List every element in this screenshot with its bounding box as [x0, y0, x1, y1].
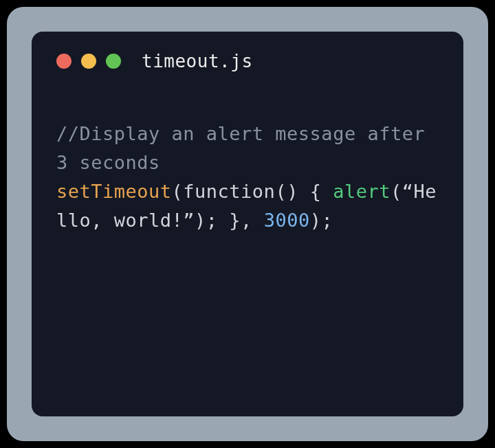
- window-frame: timeout.js //Display an alert message af…: [7, 7, 488, 441]
- code-fn-settimeout: setTimeout: [56, 181, 172, 202]
- minimize-icon[interactable]: [81, 54, 96, 69]
- filename-label: timeout.js: [142, 51, 253, 71]
- code-number: 3000: [264, 210, 310, 231]
- titlebar: timeout.js: [56, 51, 439, 71]
- editor-window: timeout.js //Display an alert message af…: [32, 32, 463, 416]
- code-fn-alert: alert: [333, 181, 390, 202]
- code-paren-open2: (: [390, 181, 402, 202]
- code-parens-empty: () {: [275, 181, 333, 202]
- traffic-lights: [56, 54, 121, 69]
- close-icon[interactable]: [56, 54, 72, 69]
- code-comment: //Display an alert message after 3 secon…: [56, 123, 425, 173]
- maximize-icon[interactable]: [106, 54, 121, 69]
- code-close1: );: [310, 210, 333, 231]
- code-paren-open: (: [172, 181, 184, 202]
- code-close2: ); },: [195, 210, 264, 231]
- code-keyword-function: function: [183, 181, 275, 202]
- code-block[interactable]: //Display an alert message after 3 secon…: [56, 120, 439, 234]
